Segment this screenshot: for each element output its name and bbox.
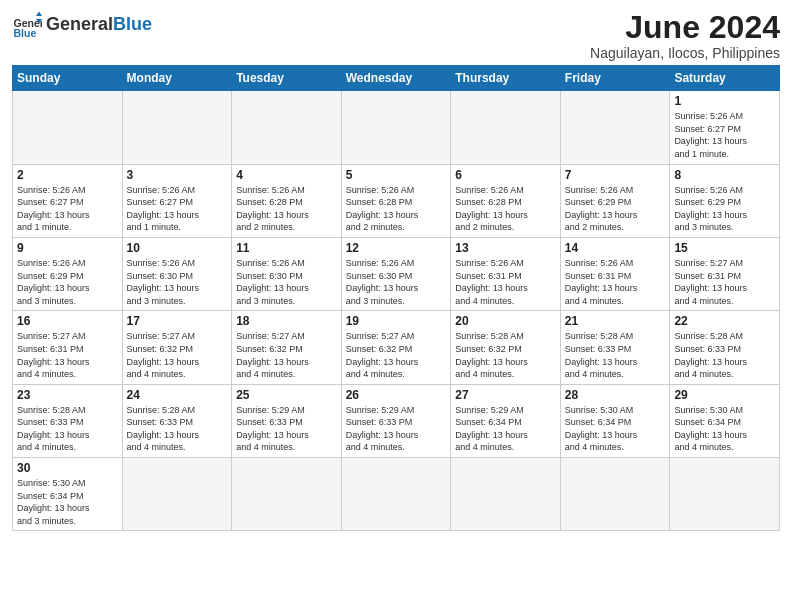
day-info: Sunrise: 5:26 AM Sunset: 6:31 PM Dayligh… xyxy=(455,257,556,307)
calendar-cell: 2Sunrise: 5:26 AM Sunset: 6:27 PM Daylig… xyxy=(13,164,123,237)
week-row-0: 1Sunrise: 5:26 AM Sunset: 6:27 PM Daylig… xyxy=(13,91,780,164)
calendar-cell xyxy=(122,91,232,164)
calendar-cell: 17Sunrise: 5:27 AM Sunset: 6:32 PM Dayli… xyxy=(122,311,232,384)
day-info: Sunrise: 5:26 AM Sunset: 6:29 PM Dayligh… xyxy=(17,257,118,307)
calendar-cell: 21Sunrise: 5:28 AM Sunset: 6:33 PM Dayli… xyxy=(560,311,670,384)
calendar-cell: 26Sunrise: 5:29 AM Sunset: 6:33 PM Dayli… xyxy=(341,384,451,457)
day-info: Sunrise: 5:29 AM Sunset: 6:33 PM Dayligh… xyxy=(236,404,337,454)
day-number: 3 xyxy=(127,168,228,182)
day-info: Sunrise: 5:30 AM Sunset: 6:34 PM Dayligh… xyxy=(674,404,775,454)
logo-text: GeneralBlue xyxy=(46,15,152,35)
day-info: Sunrise: 5:29 AM Sunset: 6:33 PM Dayligh… xyxy=(346,404,447,454)
calendar-container: General Blue GeneralBlue June 2024 Nagui… xyxy=(0,0,792,537)
logo-general: General xyxy=(46,14,113,34)
calendar-cell xyxy=(232,91,342,164)
day-number: 15 xyxy=(674,241,775,255)
day-info: Sunrise: 5:26 AM Sunset: 6:27 PM Dayligh… xyxy=(674,110,775,160)
logo-blue: Blue xyxy=(113,14,152,34)
day-info: Sunrise: 5:30 AM Sunset: 6:34 PM Dayligh… xyxy=(565,404,666,454)
day-number: 2 xyxy=(17,168,118,182)
day-info: Sunrise: 5:27 AM Sunset: 6:31 PM Dayligh… xyxy=(674,257,775,307)
day-number: 11 xyxy=(236,241,337,255)
week-row-3: 16Sunrise: 5:27 AM Sunset: 6:31 PM Dayli… xyxy=(13,311,780,384)
day-info: Sunrise: 5:26 AM Sunset: 6:30 PM Dayligh… xyxy=(236,257,337,307)
day-number: 6 xyxy=(455,168,556,182)
day-number: 27 xyxy=(455,388,556,402)
calendar-cell xyxy=(232,458,342,531)
calendar-cell: 25Sunrise: 5:29 AM Sunset: 6:33 PM Dayli… xyxy=(232,384,342,457)
day-number: 19 xyxy=(346,314,447,328)
calendar-cell: 9Sunrise: 5:26 AM Sunset: 6:29 PM Daylig… xyxy=(13,237,123,310)
day-number: 1 xyxy=(674,94,775,108)
calendar-cell: 28Sunrise: 5:30 AM Sunset: 6:34 PM Dayli… xyxy=(560,384,670,457)
day-info: Sunrise: 5:26 AM Sunset: 6:30 PM Dayligh… xyxy=(127,257,228,307)
day-info: Sunrise: 5:26 AM Sunset: 6:28 PM Dayligh… xyxy=(236,184,337,234)
day-info: Sunrise: 5:27 AM Sunset: 6:32 PM Dayligh… xyxy=(236,330,337,380)
day-number: 5 xyxy=(346,168,447,182)
calendar-cell: 14Sunrise: 5:26 AM Sunset: 6:31 PM Dayli… xyxy=(560,237,670,310)
calendar-cell: 30Sunrise: 5:30 AM Sunset: 6:34 PM Dayli… xyxy=(13,458,123,531)
day-info: Sunrise: 5:26 AM Sunset: 6:29 PM Dayligh… xyxy=(565,184,666,234)
calendar-cell: 11Sunrise: 5:26 AM Sunset: 6:30 PM Dayli… xyxy=(232,237,342,310)
calendar-cell: 18Sunrise: 5:27 AM Sunset: 6:32 PM Dayli… xyxy=(232,311,342,384)
weekday-saturday: Saturday xyxy=(670,66,780,91)
day-info: Sunrise: 5:26 AM Sunset: 6:30 PM Dayligh… xyxy=(346,257,447,307)
calendar-cell: 8Sunrise: 5:26 AM Sunset: 6:29 PM Daylig… xyxy=(670,164,780,237)
calendar-table: SundayMondayTuesdayWednesdayThursdayFrid… xyxy=(12,65,780,531)
weekday-monday: Monday xyxy=(122,66,232,91)
day-number: 17 xyxy=(127,314,228,328)
day-number: 9 xyxy=(17,241,118,255)
day-number: 16 xyxy=(17,314,118,328)
calendar-cell xyxy=(451,91,561,164)
day-number: 23 xyxy=(17,388,118,402)
calendar-cell: 6Sunrise: 5:26 AM Sunset: 6:28 PM Daylig… xyxy=(451,164,561,237)
weekday-wednesday: Wednesday xyxy=(341,66,451,91)
svg-text:Blue: Blue xyxy=(14,27,37,39)
calendar-cell: 23Sunrise: 5:28 AM Sunset: 6:33 PM Dayli… xyxy=(13,384,123,457)
day-number: 12 xyxy=(346,241,447,255)
day-number: 20 xyxy=(455,314,556,328)
day-info: Sunrise: 5:28 AM Sunset: 6:33 PM Dayligh… xyxy=(565,330,666,380)
day-number: 4 xyxy=(236,168,337,182)
day-number: 29 xyxy=(674,388,775,402)
month-title: June 2024 xyxy=(590,10,780,45)
week-row-5: 30Sunrise: 5:30 AM Sunset: 6:34 PM Dayli… xyxy=(13,458,780,531)
day-info: Sunrise: 5:27 AM Sunset: 6:32 PM Dayligh… xyxy=(127,330,228,380)
calendar-cell: 10Sunrise: 5:26 AM Sunset: 6:30 PM Dayli… xyxy=(122,237,232,310)
calendar-cell: 7Sunrise: 5:26 AM Sunset: 6:29 PM Daylig… xyxy=(560,164,670,237)
calendar-cell xyxy=(560,91,670,164)
title-block: June 2024 Naguilayan, Ilocos, Philippine… xyxy=(590,10,780,61)
calendar-cell: 5Sunrise: 5:26 AM Sunset: 6:28 PM Daylig… xyxy=(341,164,451,237)
calendar-cell: 20Sunrise: 5:28 AM Sunset: 6:32 PM Dayli… xyxy=(451,311,561,384)
calendar-cell: 19Sunrise: 5:27 AM Sunset: 6:32 PM Dayli… xyxy=(341,311,451,384)
day-info: Sunrise: 5:28 AM Sunset: 6:33 PM Dayligh… xyxy=(127,404,228,454)
location: Naguilayan, Ilocos, Philippines xyxy=(590,45,780,61)
calendar-cell: 16Sunrise: 5:27 AM Sunset: 6:31 PM Dayli… xyxy=(13,311,123,384)
calendar-cell xyxy=(122,458,232,531)
week-row-4: 23Sunrise: 5:28 AM Sunset: 6:33 PM Dayli… xyxy=(13,384,780,457)
weekday-thursday: Thursday xyxy=(451,66,561,91)
header: General Blue GeneralBlue June 2024 Nagui… xyxy=(12,10,780,61)
day-info: Sunrise: 5:26 AM Sunset: 6:29 PM Dayligh… xyxy=(674,184,775,234)
calendar-cell: 15Sunrise: 5:27 AM Sunset: 6:31 PM Dayli… xyxy=(670,237,780,310)
day-info: Sunrise: 5:26 AM Sunset: 6:31 PM Dayligh… xyxy=(565,257,666,307)
logo-icon: General Blue xyxy=(12,10,42,40)
day-info: Sunrise: 5:28 AM Sunset: 6:33 PM Dayligh… xyxy=(17,404,118,454)
day-info: Sunrise: 5:28 AM Sunset: 6:32 PM Dayligh… xyxy=(455,330,556,380)
day-info: Sunrise: 5:29 AM Sunset: 6:34 PM Dayligh… xyxy=(455,404,556,454)
calendar-cell: 27Sunrise: 5:29 AM Sunset: 6:34 PM Dayli… xyxy=(451,384,561,457)
day-number: 8 xyxy=(674,168,775,182)
calendar-cell: 22Sunrise: 5:28 AM Sunset: 6:33 PM Dayli… xyxy=(670,311,780,384)
day-number: 18 xyxy=(236,314,337,328)
svg-marker-2 xyxy=(36,12,42,17)
calendar-cell xyxy=(13,91,123,164)
calendar-cell: 13Sunrise: 5:26 AM Sunset: 6:31 PM Dayli… xyxy=(451,237,561,310)
weekday-header-row: SundayMondayTuesdayWednesdayThursdayFrid… xyxy=(13,66,780,91)
calendar-cell: 12Sunrise: 5:26 AM Sunset: 6:30 PM Dayli… xyxy=(341,237,451,310)
calendar-cell xyxy=(560,458,670,531)
calendar-cell xyxy=(451,458,561,531)
logo: General Blue GeneralBlue xyxy=(12,10,152,40)
day-number: 14 xyxy=(565,241,666,255)
calendar-cell: 4Sunrise: 5:26 AM Sunset: 6:28 PM Daylig… xyxy=(232,164,342,237)
day-info: Sunrise: 5:26 AM Sunset: 6:28 PM Dayligh… xyxy=(346,184,447,234)
